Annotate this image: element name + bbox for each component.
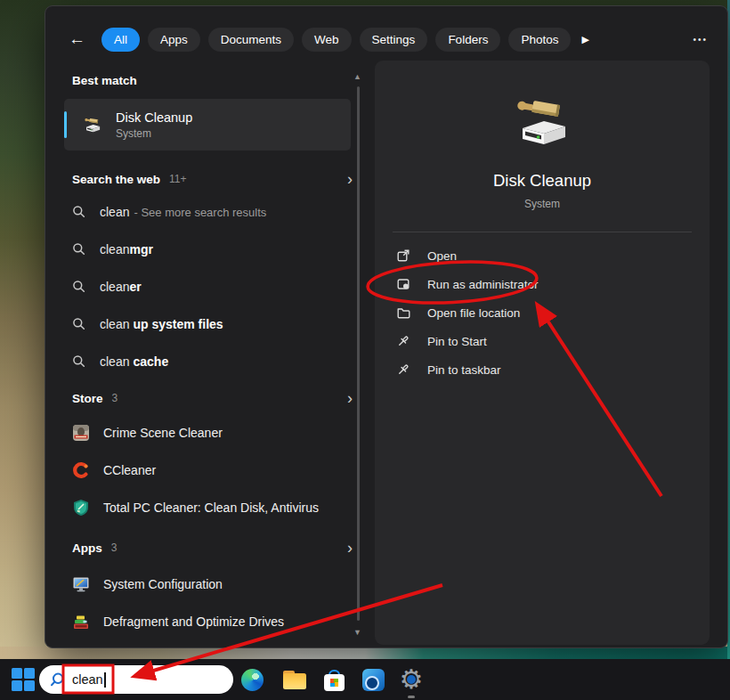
more-filters-icon[interactable]: ▶ [581,34,588,45]
suggestion-rest: cache [133,354,168,369]
tab-settings[interactable]: Settings [360,28,428,52]
store-section[interactable]: Store 3 › [59,389,365,407]
run-as-administrator-icon [396,277,410,291]
system-configuration-icon [72,575,90,593]
suggestion-rest: - See more search results [134,206,266,219]
tab-documents[interactable]: Documents [208,28,294,52]
search-value: clean [72,672,103,687]
suggestion-cleanmgr[interactable]: cleanmgr [59,231,365,268]
section-count: 3 [112,392,118,404]
suggestion-clean-up-system-files[interactable]: cleanup system files [59,305,365,343]
preview-panel: Disk Cleanup System Open Run as administ… [375,61,710,645]
outlook-icon[interactable] [361,667,385,692]
microsoft-store-icon[interactable] [321,667,346,692]
preview-title: Disk Cleanup [375,171,710,191]
best-match-header: Best match [59,74,365,88]
app-item-label: Defragment and Optimize Drives [103,615,284,629]
open-icon [396,248,410,263]
desktop: ← All Apps Documents Web Settings Folder… [0,0,730,700]
pin-icon [396,362,410,377]
action-pin-to-taskbar[interactable]: Pin to taskbar [375,355,710,384]
scroll-up-icon[interactable]: ▲ [353,72,361,81]
search-icon [72,317,86,331]
tab-apps[interactable]: Apps [148,28,200,52]
running-app-indicator [408,696,415,698]
best-match-subtitle: System [116,127,192,140]
suggestion-rest: er [129,280,141,294]
chevron-right-icon[interactable]: › [347,173,353,185]
pin-icon [396,334,410,348]
edge-icon[interactable] [239,667,264,692]
ccleaner-icon [72,461,90,479]
options-ellipsis-icon[interactable]: ••• [693,35,708,45]
preview-subtitle: System [375,198,710,210]
total-pc-cleaner-icon [72,499,90,517]
preview-divider [393,232,692,232]
suggestion-rest: mgr [129,242,152,256]
taskbar-search-box[interactable]: clean [39,665,233,694]
section-title: Store [72,392,103,405]
tab-all[interactable]: All [101,28,140,52]
search-icon [72,354,86,369]
action-label: Run as administrator [427,278,539,291]
scroll-down-icon[interactable]: ▼ [353,628,361,637]
action-open[interactable]: Open [375,241,710,270]
store-item-total-pc-cleaner[interactable]: Total PC Cleaner: Clean Disk, Antivirus [59,489,365,526]
tab-folders[interactable]: Folders [435,28,500,52]
store-item-crime-scene-cleaner[interactable]: Crime Scene Cleaner [59,414,365,452]
suggestion-clean-cache[interactable]: cleancache [59,343,365,380]
section-title: Apps [72,541,102,555]
app-item-label: System Configuration [103,577,223,591]
app-item-system-configuration[interactable]: System Configuration [59,566,365,603]
best-match-title: Disk Cleanup [116,110,192,125]
suggestion-typed: clean [100,280,129,294]
suggestion-typed: clean [100,317,129,331]
chevron-right-icon[interactable]: › [347,541,353,554]
search-flyout-window: ← All Apps Documents Web Settings Folder… [45,5,728,648]
chevron-right-icon[interactable]: › [347,392,353,404]
section-count: 3 [111,541,118,554]
disk-cleanup-icon [84,116,101,134]
search-icon [49,672,66,688]
start-button[interactable] [12,668,35,691]
search-the-web-section[interactable]: Search the web 11+ › [59,170,365,188]
search-filter-bar: ← All Apps Documents Web Settings Folder… [69,24,708,54]
settings-gear-icon[interactable]: ⚙ [399,667,424,692]
search-input[interactable]: clean [72,672,106,688]
action-label: Pin to Start [427,335,487,348]
action-label: Open [427,249,457,263]
store-results: Crime Scene Cleaner CCleaner [59,414,365,526]
suggestion-cleaner[interactable]: cleaner [59,268,365,305]
results-scrollbar[interactable]: ▲ ▼ [353,72,362,637]
tab-photos[interactable]: Photos [508,28,571,52]
store-item-label: CCleaner [103,463,156,477]
gear-center-dot [407,675,416,684]
apps-results: System Configuration Defragment and Opti… [59,566,365,640]
defragment-icon [72,613,90,631]
search-icon [72,242,86,256]
suggestion-see-more[interactable]: clean- See more search results [59,193,365,231]
store-item-label: Total PC Cleaner: Clean Disk, Antivirus [103,501,319,515]
best-match-result[interactable]: Disk Cleanup System [64,99,351,151]
context-actions: Open Run as administrator Open file loca… [375,241,710,384]
file-explorer-icon[interactable] [282,667,307,692]
app-item-defragment[interactable]: Defragment and Optimize Drives [59,603,365,640]
section-count: 11+ [169,173,186,185]
action-run-as-administrator[interactable]: Run as administrator [375,270,710,298]
tab-web[interactable]: Web [302,28,352,52]
action-open-file-location[interactable]: Open file location [375,298,710,327]
action-pin-to-start[interactable]: Pin to Start [375,327,710,355]
folder-icon [396,305,410,320]
crime-scene-cleaner-icon [72,424,90,442]
suggestion-typed: clean [100,354,129,369]
search-icon [72,280,86,294]
action-label: Pin to taskbar [427,363,501,377]
web-suggestions: clean- See more search results cleanmgr … [59,193,365,380]
scrollbar-thumb[interactable] [357,86,360,621]
action-label: Open file location [427,306,520,320]
suggestion-rest: up system files [133,317,223,331]
store-item-ccleaner[interactable]: CCleaner [59,452,365,489]
text-cursor [104,672,106,688]
apps-section[interactable]: Apps 3 › [59,539,365,557]
back-arrow-icon[interactable]: ← [69,29,85,49]
